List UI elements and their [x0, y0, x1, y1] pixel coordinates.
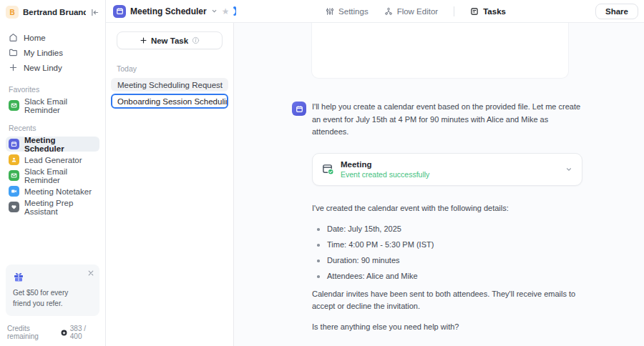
assistant-text: Calendar invites have been sent to both …	[312, 288, 582, 313]
referral-promo-card: Get $50 for every friend you refer.	[6, 265, 99, 316]
sidebar-item-label: Home	[24, 34, 46, 42]
credits-label: Credits remaining	[7, 325, 61, 340]
calendar-check-icon	[322, 163, 334, 175]
sidebar-item-home[interactable]: Home	[6, 30, 99, 45]
task-title: Onboarding Session Scheduling	[117, 97, 228, 106]
sidebar-section-favorites: Favorites	[9, 85, 97, 94]
chevron-down-icon[interactable]	[565, 166, 572, 173]
detail-item: Duration: 90 minutes	[312, 254, 582, 267]
task-title: Meeting Scheduling Request	[117, 81, 223, 89]
chat-panel[interactable]: I'll help you create a calendar event ba…	[234, 23, 644, 346]
tab-label: Flow Editor	[397, 7, 439, 16]
info-icon	[192, 36, 200, 44]
assistant-avatar-calendar-icon	[292, 102, 306, 116]
assistant-text: Is there anything else you need help wit…	[312, 321, 582, 334]
promo-text: Get $50 for every friend you refer.	[13, 288, 88, 309]
heart-icon	[9, 202, 19, 212]
person-icon	[9, 154, 19, 165]
collapse-sidebar-icon[interactable]	[90, 8, 99, 17]
task-list-panel: New Task Today Meeting Scheduling Reques…	[106, 23, 234, 346]
event-card-title: Meeting	[341, 160, 559, 169]
sidebar-item-meeting-prep-assistant[interactable]: Meeting Prep Assistant	[6, 199, 99, 214]
flow-icon	[384, 7, 393, 16]
lindy-label: Slack Email Reminder	[24, 97, 97, 114]
tab-label: Settings	[338, 7, 369, 16]
coin-icon	[61, 330, 67, 336]
detail-item: Date: July 15th, 2025	[312, 223, 582, 236]
assistant-text: I've created the calendar event with the…	[312, 202, 582, 215]
close-icon[interactable]	[88, 270, 94, 276]
new-task-button[interactable]: New Task	[117, 31, 223, 49]
agent-title[interactable]: Meeting Scheduler	[130, 6, 207, 16]
sidebar-item-slack-email-reminder[interactable]: Slack Email Reminder	[6, 98, 99, 113]
sidebar-section-recents: Recents	[9, 124, 97, 132]
event-card-status: Event created successfully	[341, 170, 559, 179]
agent-enabled-toggle[interactable]	[233, 6, 236, 16]
plus-icon	[140, 36, 147, 44]
assistant-message: I'll help you create a calendar event ba…	[312, 101, 582, 333]
envelope-icon	[9, 100, 19, 111]
tab-settings[interactable]: Settings	[326, 7, 369, 16]
task-group-label: Today	[117, 64, 223, 73]
sidebar-item-label: New Lindy	[24, 64, 62, 72]
home-icon	[9, 33, 18, 42]
assistant-text: I'll help you create a calendar event ba…	[312, 101, 582, 139]
main-area: Meeting Scheduler ★ Settings Flow Editor	[106, 0, 644, 346]
app-window: B Bertrand Bruandet's... Home My Lindies…	[0, 0, 644, 346]
sidebar-item-slack-email-reminder-2[interactable]: Slack Email Reminder	[6, 168, 99, 183]
credits-value: 383 / 400	[70, 325, 98, 340]
tab-label: Tasks	[483, 7, 506, 16]
sidebar: B Bertrand Bruandet's... Home My Lindies…	[0, 0, 106, 346]
calendar-icon	[113, 5, 126, 18]
sidebar-item-my-lindies[interactable]: My Lindies	[6, 45, 99, 60]
workspace-switcher[interactable]: B Bertrand Bruandet's...	[6, 4, 99, 20]
credits-remaining: Credits remaining 383 / 400	[6, 325, 99, 340]
sidebar-item-lead-generator[interactable]: Lead Generator	[6, 152, 99, 167]
sliders-icon	[326, 7, 334, 16]
calendar-icon	[9, 139, 19, 149]
topbar: Meeting Scheduler ★ Settings Flow Editor	[106, 0, 644, 23]
detail-item: Attendees: Alice and Mike	[312, 270, 582, 283]
new-task-label: New Task	[151, 36, 188, 45]
workspace-name: Bertrand Bruandet's...	[23, 8, 86, 16]
chevron-down-icon[interactable]	[211, 8, 218, 14]
detail-item: Time: 4:00 PM - 5:30 PM (IST)	[312, 239, 582, 252]
plus-icon	[9, 63, 18, 72]
event-details-list: Date: July 15th, 2025 Time: 4:00 PM - 5:…	[312, 223, 582, 283]
folder-icon	[9, 48, 18, 57]
task-item[interactable]: Meeting Scheduling Request	[111, 78, 228, 92]
lindy-label: Lead Generator	[24, 156, 82, 164]
envelope-icon	[9, 170, 19, 181]
sidebar-item-meeting-scheduler[interactable]: Meeting Scheduler	[6, 137, 99, 152]
lindy-label: Meeting Scheduler	[24, 136, 97, 153]
sidebar-item-meeting-notetaker[interactable]: Meeting Notetaker	[6, 184, 99, 199]
tab-flow-editor[interactable]: Flow Editor	[384, 7, 439, 16]
clipboard-icon	[470, 7, 479, 16]
video-icon	[9, 186, 19, 197]
sidebar-item-label: My Lindies	[24, 49, 63, 57]
workspace-avatar: B	[6, 6, 19, 19]
sidebar-item-new-lindy[interactable]: New Lindy	[6, 60, 99, 75]
meeting-event-card[interactable]: Meeting Event created successfully	[312, 153, 582, 186]
topbar-tabs: Settings Flow Editor Tasks	[236, 6, 595, 16]
scrolled-message-card	[311, 23, 569, 79]
divider	[454, 6, 454, 16]
lindy-label: Meeting Notetaker	[24, 187, 92, 196]
tab-tasks[interactable]: Tasks	[470, 7, 506, 16]
lindy-label: Slack Email Reminder	[24, 167, 97, 184]
share-button[interactable]: Share	[595, 4, 638, 19]
task-title-input[interactable]: Onboarding Session Scheduling	[111, 94, 228, 109]
lindy-label: Meeting Prep Assistant	[24, 199, 97, 216]
gift-icon	[13, 271, 92, 282]
